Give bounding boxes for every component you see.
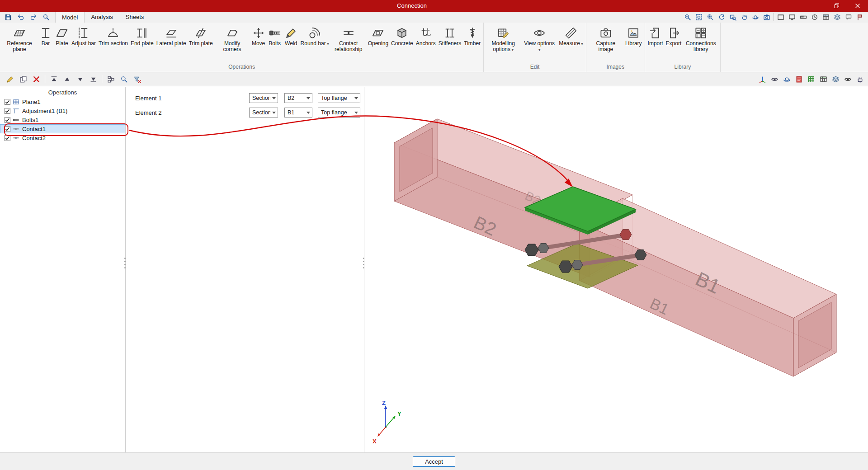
ribbon-stiffeners-button[interactable]: Stiffeners [437,24,462,47]
zoom-window-icon[interactable] [728,13,737,22]
table-icon[interactable] [821,13,830,22]
window-icon[interactable] [776,13,785,22]
tree-splitter-handle[interactable] [123,254,126,272]
ribbon-timber-button[interactable]: Timber [462,24,482,47]
orbit-icon[interactable] [751,13,760,22]
element-1-select-1[interactable]: B2 [284,93,312,103]
edit-icon[interactable] [5,75,14,84]
refresh-icon[interactable] [717,13,726,22]
ribbon-anchors-button[interactable]: Anchors [415,24,437,47]
perspective-icon[interactable] [770,75,779,84]
layers-icon[interactable] [831,75,840,84]
tab-model[interactable]: Model [55,12,85,23]
checkbox[interactable] [5,108,10,114]
filter-clear-icon[interactable] [132,75,142,84]
move-first-icon[interactable] [49,75,58,84]
move-up-icon[interactable] [62,75,71,84]
restore-button[interactable] [826,0,847,12]
element-2-select-1[interactable]: B1 [284,108,312,118]
ruler-icon[interactable] [799,13,808,22]
visibility-icon[interactable] [843,75,852,84]
triad-icon[interactable] [758,75,767,84]
tree-item-contact1[interactable]: Contact1 [0,124,125,133]
ribbon-bar-button[interactable]: Bar [38,24,54,47]
toolbar-separator [45,75,45,83]
search-icon[interactable] [119,75,128,84]
delete-icon[interactable] [32,75,41,84]
ribbon-lateral-plate-button[interactable]: Lateral plate [155,24,188,47]
ribbon-modelling-options-button[interactable]: Modelling options ▾ [485,24,521,54]
element-2-select-2[interactable]: Top flange [318,108,360,118]
ribbon-adjust-bar-button[interactable]: Adjust bar [70,24,97,47]
copy-structure-icon[interactable] [106,75,115,84]
ribbon-contact-relationship-button[interactable]: Contact relationship [330,24,367,54]
zoom-in-icon[interactable] [706,13,715,22]
close-button[interactable] [847,0,868,12]
ribbon-measure-button[interactable]: Measure ▾ [557,24,585,47]
report-icon[interactable] [794,75,803,84]
checkbox[interactable] [5,126,10,132]
select-value: Section [252,95,270,101]
end-plate-icon [135,25,149,41]
select-value: Top flange [321,95,347,101]
tab-sheets[interactable]: Sheets [119,12,150,23]
flag-icon[interactable] [855,13,864,22]
ribbon-library-button[interactable]: Library [624,24,643,47]
redo-icon[interactable] [29,13,38,22]
ribbon-modify-corners-button[interactable]: Modify corners [214,24,250,54]
search-icon[interactable] [42,13,51,22]
axis-label-x: X [373,438,377,445]
ribbon-bolts-button[interactable]: Bolts [267,24,283,47]
zoom-extents-icon[interactable] [694,13,703,22]
plugin-icon[interactable] [855,75,864,84]
adjustment-icon [13,108,20,114]
pan-icon[interactable] [740,13,749,22]
tree-item-bolts1[interactable]: Bolts1 [0,115,125,124]
ribbon-plate-button[interactable]: Plate [54,24,70,47]
ribbon-export-button[interactable]: Export [665,24,683,47]
ribbon-import-button[interactable]: Import [646,24,665,47]
tab-analysis[interactable]: Analysis [85,12,119,23]
checkbox[interactable] [5,117,10,123]
ribbon-trim-section-button[interactable]: Trim section [97,24,129,47]
camera-icon[interactable] [762,13,771,22]
screen-icon[interactable] [788,13,797,22]
tree-item-plane1[interactable]: Plane1 [0,97,125,106]
checkbox[interactable] [5,99,10,105]
layers-icon[interactable] [833,13,842,22]
accept-button[interactable]: Accept [413,456,455,467]
element-1-select-2[interactable]: Top flange [318,93,360,103]
tree-item-adjustment1-b1[interactable]: Adjustment1 (B1) [0,106,125,115]
ribbon-move-button[interactable]: Move [250,24,267,47]
viewport-3d[interactable]: B2 B2 B1 B1 [365,87,868,452]
ribbon-opening-button[interactable]: Opening [367,24,390,47]
ribbon-weld-button[interactable]: Weld [283,24,299,47]
checkbox[interactable] [5,135,10,141]
ribbon-view-options-button[interactable]: View options ▾ [521,24,557,54]
ribbon-round-bar-button[interactable]: Round bar ▾ [299,24,330,47]
ribbon-end-plate-button[interactable]: End plate [129,24,155,47]
clock-icon[interactable] [810,13,819,22]
ribbon-trim-plate-button[interactable]: Trim plate [188,24,214,47]
reference-plane-icon [13,25,26,41]
move-last-icon[interactable] [89,75,98,84]
mesh-icon[interactable] [807,75,816,84]
element-1-select-0[interactable]: Section [249,93,278,103]
tree-item-contact2[interactable]: Contact2 [0,133,125,142]
ribbon-concrete-button[interactable]: Concrete [390,24,415,47]
close-icon [855,3,860,9]
ribbon-reference-plane-button[interactable]: Reference plane [1,24,38,54]
properties-splitter-handle[interactable] [362,254,365,272]
duplicate-icon[interactable] [19,75,28,84]
move-down-icon[interactable] [75,75,85,84]
ribbon-capture-image-button[interactable]: Capture image [588,24,624,54]
element-2-select-0[interactable]: Section [249,108,278,118]
find-icon[interactable] [683,13,692,22]
orbit-icon[interactable] [782,75,791,84]
comment-icon[interactable] [844,13,853,22]
tables-icon[interactable] [819,75,828,84]
tree-item-label: Adjustment1 (B1) [22,108,67,114]
save-icon[interactable] [4,13,13,22]
undo-icon[interactable] [16,13,25,22]
ribbon-connections-library-button[interactable]: Connections library [683,24,719,54]
